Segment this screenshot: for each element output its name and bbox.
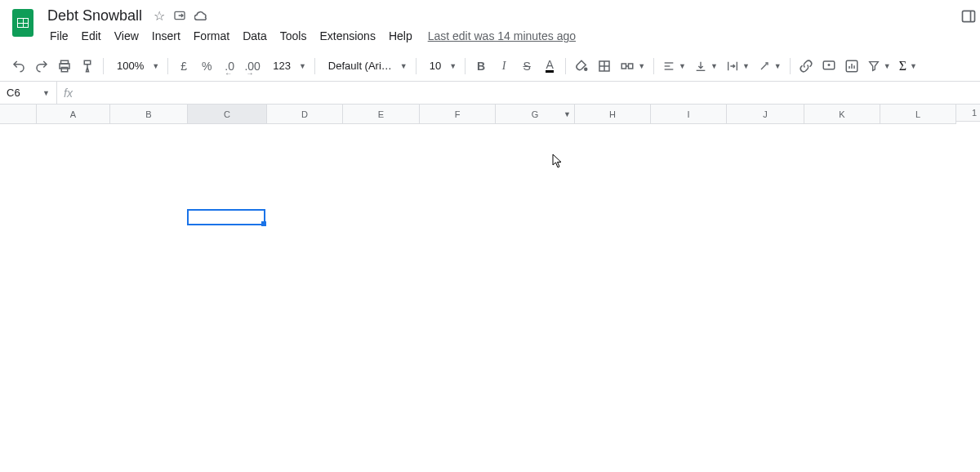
text-color-button[interactable]: A	[539, 56, 560, 77]
column-menu-icon[interactable]: ▼	[564, 110, 571, 118]
redo-button[interactable]	[31, 56, 52, 77]
row-header-1[interactable]: 1	[956, 105, 980, 122]
fill-color-button[interactable]	[571, 56, 592, 77]
filter-dropdown[interactable]: ▼	[864, 60, 894, 73]
font-dropdown[interactable]: Default (Ari…▼	[320, 60, 411, 72]
cursor-icon	[552, 154, 564, 168]
name-box[interactable]: C6▼	[0, 82, 57, 104]
undo-button[interactable]	[8, 56, 29, 77]
toolbar: 100%▼ £ % .0← .00→ 123▼ Default (Ari…▼ 1…	[0, 51, 980, 82]
comment-button[interactable]	[818, 56, 840, 77]
move-icon[interactable]	[173, 9, 186, 22]
formula-bar[interactable]	[79, 82, 980, 104]
column-header-K[interactable]: K	[804, 105, 880, 124]
column-header-H[interactable]: H	[575, 105, 651, 124]
spreadsheet-grid[interactable]: ABCDEFG▼HIJKL1Total Monthly PaymentsAcco…	[0, 105, 980, 124]
chart-button[interactable]	[841, 56, 862, 77]
separator	[103, 58, 104, 74]
fx-label: fx	[57, 87, 79, 100]
menu-view[interactable]: View	[109, 26, 145, 46]
italic-button[interactable]: I	[493, 56, 514, 77]
menu-edit[interactable]: Edit	[76, 26, 107, 46]
separator	[790, 58, 791, 74]
svg-rect-1	[963, 11, 975, 21]
sheets-logo[interactable]	[7, 7, 39, 39]
increase-decimal-button[interactable]: .00→	[242, 56, 263, 77]
valign-dropdown[interactable]: ▼	[691, 60, 721, 73]
paint-format-button[interactable]	[77, 56, 98, 77]
column-header-L[interactable]: L	[880, 105, 956, 124]
svg-rect-11	[629, 64, 633, 69]
link-button[interactable]	[795, 56, 817, 77]
strikethrough-button[interactable]: S	[516, 56, 537, 77]
separator	[314, 58, 315, 74]
svg-point-6	[585, 68, 587, 70]
column-header-J[interactable]: J	[727, 105, 804, 124]
menu-help[interactable]: Help	[383, 26, 418, 46]
column-header-F[interactable]: F	[420, 105, 496, 124]
sidebar-toggle-icon[interactable]	[960, 8, 977, 24]
decrease-decimal-button[interactable]: .0←	[219, 56, 240, 77]
separator	[653, 58, 654, 74]
separator	[465, 58, 466, 74]
column-header-G[interactable]: G▼	[496, 105, 575, 124]
separator	[565, 58, 566, 74]
halign-dropdown[interactable]: ▼	[659, 60, 689, 73]
select-all-corner[interactable]	[0, 105, 37, 124]
column-header-A[interactable]: A	[37, 105, 110, 124]
rotate-dropdown[interactable]: ▼	[755, 60, 785, 73]
currency-button[interactable]: £	[173, 56, 194, 77]
percent-button[interactable]: %	[196, 56, 217, 77]
functions-dropdown[interactable]: Σ▼	[896, 59, 920, 73]
menu-extensions[interactable]: Extensions	[314, 26, 381, 46]
borders-button[interactable]	[594, 56, 615, 77]
menu-insert[interactable]: Insert	[146, 26, 186, 46]
bold-button[interactable]: B	[470, 56, 492, 77]
fontsize-dropdown[interactable]: 10▼	[421, 60, 460, 72]
cloud-icon[interactable]	[194, 10, 209, 21]
cell-selection	[187, 209, 265, 225]
wrap-dropdown[interactable]: ▼	[723, 60, 753, 73]
svg-rect-10	[621, 64, 626, 69]
last-edit-link[interactable]: Last edit was 14 minutes ago	[428, 29, 576, 42]
separator	[167, 58, 168, 74]
menu-format[interactable]: Format	[188, 26, 235, 46]
column-header-E[interactable]: E	[343, 105, 420, 124]
doc-title[interactable]: Debt Snowball	[44, 6, 145, 26]
separator	[416, 58, 416, 74]
menu-data[interactable]: Data	[237, 26, 273, 46]
zoom-dropdown[interactable]: 100%▼	[109, 60, 163, 72]
merge-dropdown[interactable]: ▼	[617, 59, 648, 73]
menu-tools[interactable]: Tools	[274, 26, 313, 46]
column-header-B[interactable]: B	[110, 105, 188, 124]
number-format-dropdown[interactable]: 123▼	[265, 60, 310, 72]
column-header-D[interactable]: D	[267, 105, 343, 124]
column-header-C[interactable]: C	[188, 105, 267, 124]
column-header-I[interactable]: I	[651, 105, 727, 124]
print-button[interactable]	[54, 56, 75, 77]
star-icon[interactable]: ☆	[154, 8, 165, 24]
menu-file[interactable]: File	[44, 26, 74, 46]
